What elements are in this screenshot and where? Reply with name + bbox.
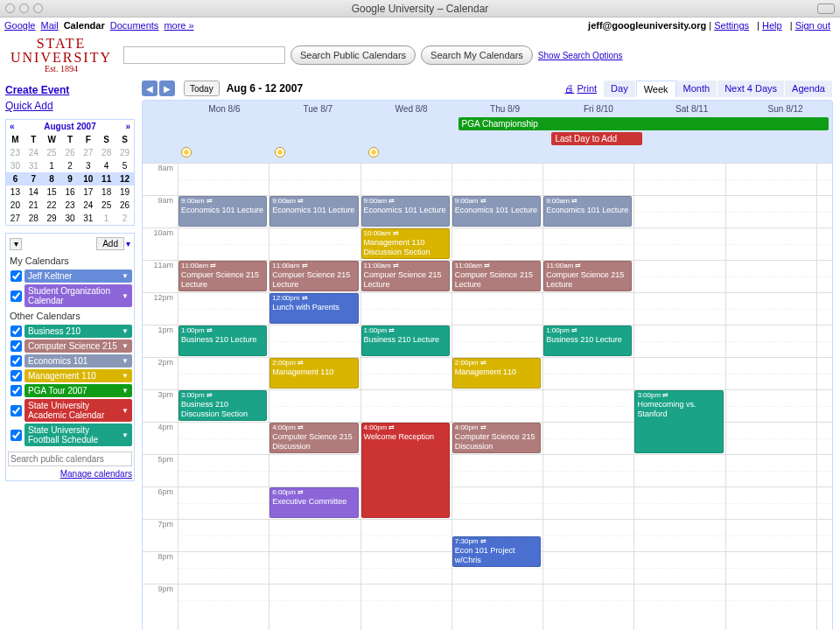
calendar-event[interactable]: 10:00am ⇄Management 110 Discussion Secti…: [361, 228, 450, 259]
minical-day[interactable]: 31: [79, 212, 97, 225]
minical-day[interactable]: 6: [6, 172, 24, 186]
view-tab[interactable]: Agenda: [785, 80, 833, 97]
calendar-event[interactable]: 11:00am ⇄Compuer Science 215 Lecture: [452, 261, 541, 291]
signout-link[interactable]: Sign out: [795, 20, 830, 31]
minical-day[interactable]: 26: [116, 199, 134, 212]
topnav-link[interactable]: Documents: [110, 20, 159, 31]
calendar-menu-icon[interactable]: ▼: [122, 357, 129, 365]
minical-day[interactable]: 23: [6, 146, 24, 159]
settings-link[interactable]: Settings: [714, 20, 749, 31]
minical-day[interactable]: 11: [97, 172, 116, 186]
minical-day[interactable]: 10: [79, 172, 97, 186]
calendar-chip[interactable]: State University Academic Calendar▼: [24, 399, 132, 422]
minical-day[interactable]: 23: [61, 199, 80, 212]
minical-day[interactable]: 24: [24, 146, 43, 159]
minical-day[interactable]: 3: [79, 159, 97, 172]
minical-day[interactable]: 1: [97, 212, 116, 225]
calendar-event[interactable]: 4:00pm ⇄Computer Science 215 Discussion: [452, 423, 541, 453]
calendar-event[interactable]: 6:00pm ⇄Executive Committee: [270, 487, 358, 518]
minical-day[interactable]: 8: [43, 172, 61, 186]
calendar-checkbox[interactable]: [10, 355, 22, 367]
calendar-event[interactable]: 4:00pm ⇄Computer Science 215 Discussion: [270, 423, 358, 453]
minical-day[interactable]: 20: [6, 199, 24, 212]
calendar-menu-icon[interactable]: ▼: [122, 292, 129, 300]
minical-day[interactable]: 12: [116, 172, 134, 186]
search-public-button[interactable]: Search Public Calendars: [290, 46, 416, 65]
calendar-checkbox[interactable]: [10, 385, 22, 396]
calendar-event[interactable]: 9:00am ⇄Economics 101 Lecture: [452, 196, 541, 227]
prev-button[interactable]: ◀: [142, 80, 158, 96]
minical-day[interactable]: 29: [116, 146, 134, 159]
time-grid[interactable]: 8am9am10am11am12pm1pm2pm3pm4pm5pm6pm7pm8…: [143, 163, 832, 630]
minical-day[interactable]: 31: [24, 159, 43, 172]
calendar-event[interactable]: 2:00pm ⇄Management 110: [452, 358, 541, 388]
calendar-menu-icon[interactable]: ▼: [122, 272, 129, 280]
view-tab[interactable]: Week: [636, 80, 676, 97]
calendar-event[interactable]: 12:00pm ⇄Lunch with Parents: [270, 293, 358, 324]
calendar-chip[interactable]: State University Football Schedule▼: [24, 424, 132, 446]
calendar-menu-icon[interactable]: ▼: [122, 342, 129, 350]
minical-day[interactable]: 25: [97, 199, 116, 212]
calendar-event[interactable]: 1:00pm ⇄Business 210 Lecture: [178, 326, 267, 356]
calendar-menu-icon[interactable]: ▼: [122, 327, 129, 335]
calendar-checkbox[interactable]: [10, 430, 22, 441]
search-input[interactable]: [123, 46, 285, 64]
calendar-menu-icon[interactable]: ▼: [122, 431, 129, 439]
topnav-link[interactable]: Calendar: [64, 20, 105, 31]
minical-day[interactable]: 28: [97, 146, 116, 159]
add-calendar-button[interactable]: Add: [96, 237, 124, 250]
view-tab[interactable]: Next 4 Days: [718, 80, 785, 97]
allday-event[interactable]: Last Day to Add Classes: [551, 132, 641, 145]
topnav-link[interactable]: more »: [164, 20, 193, 31]
minical-next[interactable]: »: [125, 122, 130, 131]
minical-prev[interactable]: «: [10, 122, 15, 131]
calendar-event[interactable]: 3:00pm ⇄Business 210 Discussion Section: [178, 390, 267, 421]
collapse-toggle[interactable]: ▾: [10, 238, 22, 250]
calendar-event[interactable]: 11:00am ⇄Compuer Science 215 Lecture: [270, 261, 358, 291]
allday-event[interactable]: PGA Championship: [458, 117, 830, 130]
minical-day[interactable]: 28: [24, 212, 43, 225]
calendar-event[interactable]: 7:30pm ⇄Econ 101 Project w/Chris: [452, 536, 541, 567]
calendar-chip[interactable]: Jeff Keltner▼: [24, 270, 132, 283]
view-tab[interactable]: Month: [676, 80, 718, 97]
minical-day[interactable]: 24: [79, 199, 97, 212]
minical-day[interactable]: 22: [43, 199, 61, 212]
minical-grid[interactable]: MTWTFSS232425262728293031123456789101112…: [6, 133, 134, 225]
calendar-checkbox[interactable]: [10, 326, 22, 337]
today-button[interactable]: Today: [184, 80, 220, 96]
calendar-event[interactable]: 9:00am ⇄Economics 101 Lecture: [543, 196, 632, 227]
calendar-menu-icon[interactable]: ▼: [122, 407, 129, 415]
search-my-button[interactable]: Search My Calendars: [421, 46, 533, 65]
minical-day[interactable]: 27: [79, 146, 97, 159]
minical-day[interactable]: 2: [61, 159, 80, 172]
calendar-checkbox[interactable]: [10, 405, 22, 416]
calendar-event[interactable]: 2:00pm ⇄Management 110: [270, 358, 358, 388]
calendar-event[interactable]: 11:00am ⇄Compuer Science 215 Lecture: [543, 261, 632, 291]
manage-calendars-link[interactable]: Manage calendars: [60, 469, 132, 479]
minical-day[interactable]: 18: [97, 186, 116, 199]
calendar-event[interactable]: 9:00am ⇄Economics 101 Lecture: [270, 196, 358, 227]
search-options-link[interactable]: Show Search Options: [538, 51, 623, 60]
calendar-event[interactable]: 1:00pm ⇄Business 210 Lecture: [361, 326, 450, 356]
calendar-checkbox[interactable]: [10, 290, 22, 302]
minical-day[interactable]: 7: [24, 172, 43, 186]
minical-day[interactable]: 9: [61, 172, 80, 186]
minical-day[interactable]: 1: [43, 159, 61, 172]
minical-day[interactable]: 2: [116, 212, 134, 225]
calendar-checkbox[interactable]: [10, 340, 22, 352]
calendar-menu-icon[interactable]: ▼: [122, 372, 129, 380]
search-calendars-input[interactable]: [8, 452, 132, 466]
print-link[interactable]: 🖨 Print: [564, 83, 597, 94]
next-button[interactable]: ▶: [159, 80, 175, 96]
minical-day[interactable]: 17: [79, 186, 97, 199]
calendar-event[interactable]: 4:00pm ⇄Welcome Reception: [361, 423, 450, 518]
minical-day[interactable]: 15: [43, 186, 61, 199]
minical-day[interactable]: 14: [24, 186, 43, 199]
view-tab[interactable]: Day: [604, 80, 636, 97]
topnav-link[interactable]: Google: [4, 20, 35, 31]
calendar-event[interactable]: 11:00am ⇄Compuer Science 215 Lecture: [178, 261, 267, 291]
minical-day[interactable]: 27: [6, 212, 24, 225]
calendar-chip[interactable]: Student Organization Calendar▼: [24, 284, 132, 307]
minical-day[interactable]: 30: [6, 159, 24, 172]
minical-day[interactable]: 13: [6, 186, 24, 199]
